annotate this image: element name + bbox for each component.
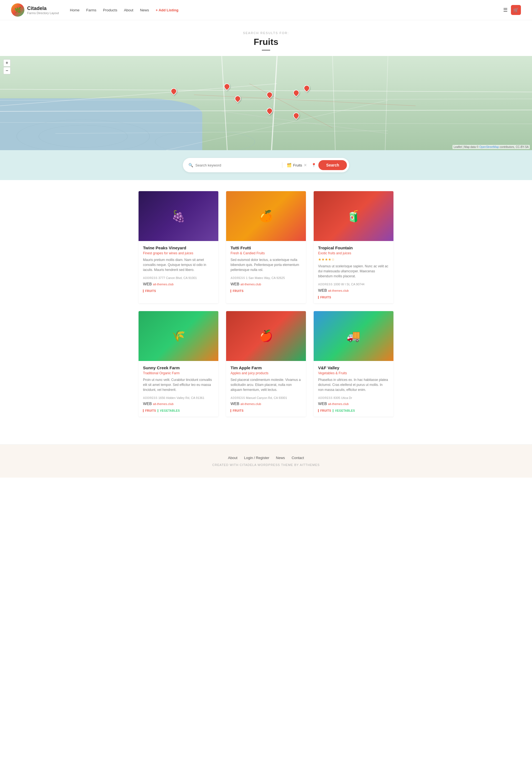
map-zoom-out[interactable]: −: [3, 67, 10, 74]
nav-products[interactable]: Products: [103, 8, 117, 12]
footer-login[interactable]: Login / Register: [244, 456, 269, 460]
listing-card: 🧃 Tropical Fountain Exotic fruits and ju…: [314, 191, 393, 303]
svg-line-3: [0, 122, 532, 124]
footer-nav: About Login / Register News Contact: [5, 456, 527, 460]
nav-about[interactable]: About: [124, 8, 133, 12]
map-pin-7[interactable]: [292, 112, 299, 120]
footer-contact[interactable]: Contact: [291, 456, 304, 460]
map-zoom-in[interactable]: +: [3, 59, 10, 66]
listing-body-6: V&F Valley Vegetables & Fruits Phasellus…: [314, 361, 393, 417]
listing-desc-6: Phasellus in ultrices ex. In hac habitas…: [318, 377, 389, 392]
listing-tags-2: FRUITS: [230, 289, 302, 292]
listing-web-5: WEB ait-themes.club: [230, 401, 302, 406]
listing-web-6: WEB ait-themes.club: [318, 401, 389, 406]
search-keyword-input[interactable]: [195, 163, 280, 167]
listing-web-3: WEB ait-themes.club: [318, 288, 389, 292]
category-clear-icon[interactable]: ✕: [304, 163, 307, 167]
listing-tags-6: FRUITS VEGETABLES: [318, 409, 389, 412]
footer-credit: CREATED WITH CITADELA WORDPRESS THEME BY…: [5, 463, 527, 467]
nav-news[interactable]: News: [140, 8, 149, 12]
search-icon: 🔍: [189, 163, 193, 167]
listing-body-1: Twine Peaks Vineyard Finest grapes for w…: [139, 241, 218, 297]
tag-vegetables-4: VEGETABLES: [158, 409, 180, 412]
map-controls: + −: [3, 59, 10, 74]
location-icon[interactable]: 📍: [311, 163, 316, 167]
listing-web-link-5[interactable]: ait-themes.club: [241, 402, 261, 405]
listing-desc-4: Proin ut nunc velit. Curabitur tincidunt…: [143, 377, 214, 392]
search-divider: [282, 162, 282, 168]
page-main-title: Fruits: [5, 37, 527, 47]
map-pin-3[interactable]: [266, 92, 272, 100]
logo[interactable]: 🌿 Citadela Farms Directory Layout: [11, 3, 59, 17]
footer-news[interactable]: News: [276, 456, 285, 460]
nav-farms[interactable]: Farms: [86, 8, 96, 12]
search-section: 🔍 🗂️ Fruits ✕ 📍 Search: [0, 150, 532, 180]
nav-home[interactable]: Home: [70, 8, 80, 12]
listing-tags-3: FRUITS: [318, 296, 389, 299]
listing-name-1: Twine Peaks Vineyard: [143, 246, 214, 250]
listing-address-4: ADDRESS 1656 Hidden Valley Rd, CA 91361: [143, 396, 214, 400]
listing-body-3: Tropical Fountain Exotic fruits and juic…: [314, 241, 393, 303]
listing-tags-4: FRUITS VEGETABLES: [143, 409, 214, 412]
tag-fruits-1: FRUITS: [143, 289, 156, 292]
listing-category-3: Exotic fruits and juices: [318, 251, 389, 255]
category-icon: 🗂️: [287, 163, 291, 167]
nav-add-listing[interactable]: + Add Listing: [156, 8, 178, 12]
listing-card: 🚚 V&F Valley Vegetables & Fruits Phasell…: [314, 311, 393, 417]
listing-image-2: 🍊: [226, 191, 306, 241]
listing-web-link-2[interactable]: ait-themes.club: [241, 283, 261, 286]
search-button[interactable]: Search: [318, 160, 347, 170]
listing-card: 🍊 Tutti Frutti Fresh & Candied Fruits Se…: [226, 191, 306, 303]
cart-button[interactable]: 🛒: [511, 5, 521, 15]
map-pin-4[interactable]: [292, 90, 299, 97]
hamburger-button[interactable]: ☰: [503, 7, 508, 13]
listing-web-link-1[interactable]: ait-themes.club: [153, 283, 174, 286]
listing-address-6: ADDRESS 8305 Utica Dr: [318, 396, 389, 400]
listing-tags-1: FRUITS: [143, 289, 214, 292]
map-container[interactable]: + − Leaflet | Map data © OpenStreetMap c…: [0, 56, 532, 150]
logo-subtitle: Farms Directory Layout: [27, 11, 59, 15]
page-title-area: SEARCH RESULTS FOR: Fruits: [0, 20, 532, 56]
listing-desc-5: Sed placerat condimentum molestie. Vivam…: [230, 377, 302, 392]
tag-fruits-5: FRUITS: [230, 409, 244, 412]
map-pin-1[interactable]: [170, 88, 176, 96]
search-results-label: SEARCH RESULTS FOR:: [5, 31, 527, 35]
search-category: 🗂️ Fruits ✕: [285, 163, 309, 167]
footer-about[interactable]: About: [228, 456, 237, 460]
listing-card: 🍇 Twine Peaks Vineyard Finest grapes for…: [139, 191, 218, 303]
listing-card: 🍎 Tim Apple Farm Apples and juicy produc…: [226, 311, 306, 417]
svg-point-15: [39, 125, 128, 147]
listing-image-3: 🧃: [314, 191, 393, 241]
listing-address-1: ADDRESS 3777 Canon Blvd, CA 91001: [143, 276, 214, 281]
listing-image-5: 🍎: [226, 311, 306, 361]
map-pin-2[interactable]: [234, 95, 240, 103]
listing-web-link-6[interactable]: ait-themes.club: [328, 402, 349, 405]
listing-name-6: V&F Valley: [318, 365, 389, 370]
listing-body-2: Tutti Frutti Fresh & Candied Fruits Sed …: [226, 241, 306, 297]
listing-web-link-4[interactable]: ait-themes.club: [153, 402, 174, 405]
listing-web-1: WEB ait-themes.club: [143, 282, 214, 286]
svg-line-5: [222, 56, 227, 150]
svg-line-4: [55, 131, 388, 134]
listing-web-4: WEB ait-themes.club: [143, 401, 214, 406]
listing-web-link-3[interactable]: ait-themes.club: [328, 289, 349, 292]
map-pin-8[interactable]: [223, 83, 229, 91]
listing-desc-1: Mauris pretium mollis diam. Nam sit amet…: [143, 257, 214, 272]
tag-fruits-2: FRUITS: [230, 289, 244, 292]
title-underline: [262, 50, 270, 50]
site-footer: About Login / Register News Contact CREA…: [0, 444, 532, 478]
svg-line-11: [222, 111, 388, 134]
category-value: Fruits: [293, 163, 302, 167]
listing-address-3: ADDRESS 1000 W I St, CA 90744: [318, 282, 389, 287]
osm-link[interactable]: OpenStreetMap: [479, 145, 499, 148]
listing-desc-3: Vivamus ut scelerisque sapien. Nunc ac v…: [318, 264, 389, 279]
listing-category-1: Finest grapes for wines and juices: [143, 251, 214, 255]
logo-title: Citadela: [27, 5, 59, 11]
svg-line-8: [385, 56, 388, 150]
listing-body-4: Sunny Creek Farm Traditional Organic Far…: [139, 361, 218, 417]
map-pin-5[interactable]: [303, 85, 309, 93]
map-pin-6[interactable]: [266, 108, 272, 115]
listing-category-6: Vegetables & Fruits: [318, 371, 389, 375]
tag-fruits-6: FRUITS: [318, 409, 331, 412]
listing-address-2: ADDRESS 1 San Mateo Way, CA 92625: [230, 276, 302, 281]
